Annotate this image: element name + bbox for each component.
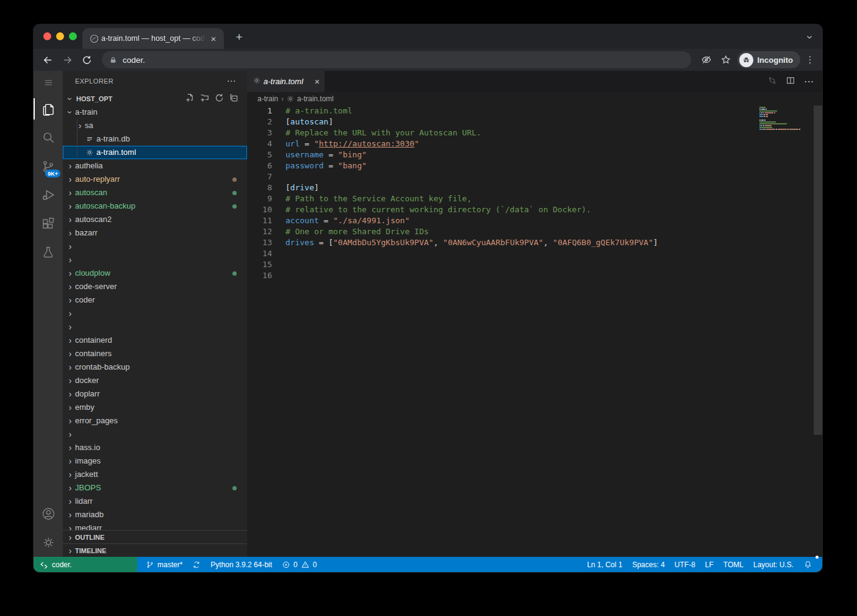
code-editor[interactable]: 12345678910111213141516 # a-train.toml[a…	[247, 106, 822, 557]
tree-item-cloudplow[interactable]: ›cloudplow	[63, 267, 247, 280]
keyboard-layout-status[interactable]: Layout: U.S.	[748, 557, 798, 572]
tree-item-unnamed[interactable]: ›	[63, 253, 247, 267]
code-line-2[interactable]: [autoscan]	[285, 116, 658, 127]
zoom-window-button[interactable]	[69, 32, 77, 40]
git-branch-status[interactable]: master*	[141, 557, 187, 572]
tree-item-containers[interactable]: ›containers	[63, 347, 247, 360]
open-changes-icon[interactable]	[767, 76, 777, 88]
bookmark-star-icon[interactable]	[718, 52, 734, 68]
tree-item-error_pages[interactable]: ›error_pages	[63, 414, 247, 428]
code-line-5[interactable]: username = "bing"	[285, 149, 658, 160]
python-version-status[interactable]: Python 3.9.2 64-bit	[206, 557, 277, 572]
editor-more-actions-icon[interactable]: ⋯	[804, 76, 814, 87]
minimap[interactable]	[759, 107, 812, 136]
timeline-section[interactable]: › TIMELINE	[63, 543, 247, 557]
code-line-3[interactable]: # Replace the URL with your Autoscan URL…	[285, 127, 658, 138]
test-beaker-icon[interactable]	[34, 238, 63, 267]
back-icon[interactable]	[40, 52, 56, 68]
tree-item-emby[interactable]: ›emby	[63, 401, 247, 414]
tree-item-mariadb[interactable]: ›mariadb	[63, 508, 247, 521]
notifications-bell-icon[interactable]	[798, 557, 817, 572]
run-debug-icon[interactable]	[34, 181, 63, 209]
extensions-icon[interactable]	[34, 209, 63, 238]
close-window-button[interactable]	[43, 32, 51, 40]
editor-tab[interactable]: a-train.toml ×	[247, 71, 325, 92]
account-icon[interactable]	[34, 500, 63, 528]
tree-item-lidarr[interactable]: ›lidarr	[63, 495, 247, 508]
code-line-9[interactable]: # Path to the Service Account key file,	[285, 193, 658, 204]
tree-item-unnamed[interactable]: ›	[63, 240, 247, 253]
tree-item-JBOPS[interactable]: ›JBOPS	[63, 481, 247, 495]
address-bar[interactable]: coder.	[102, 51, 691, 68]
tree-item-auto-replyarr[interactable]: ›auto-replyarr	[63, 173, 247, 186]
tree-item-crontab-backup[interactable]: ›crontab-backup	[63, 360, 247, 374]
tree-item-a-train.toml[interactable]: ›a-train.toml	[63, 146, 247, 159]
remote-indicator[interactable]: coder.	[34, 557, 137, 572]
tree-item-docker[interactable]: ›docker	[63, 374, 247, 387]
code-line-10[interactable]: # relative to the current working direct…	[285, 204, 658, 215]
tab-close-icon[interactable]: ×	[208, 33, 219, 44]
code-line-16[interactable]	[285, 270, 658, 281]
tree-item-jackett[interactable]: ›jackett	[63, 468, 247, 481]
eol-status[interactable]: LF	[700, 557, 719, 572]
code-line-14[interactable]	[285, 248, 658, 259]
reload-icon[interactable]	[79, 52, 95, 68]
tree-item-sa[interactable]: ›sa	[63, 119, 247, 132]
forward-icon[interactable]	[59, 52, 75, 68]
tree-item-coder[interactable]: ›coder	[63, 293, 247, 307]
tree-item-bazarr[interactable]: ›bazarr	[63, 226, 247, 240]
sync-icon[interactable]	[187, 557, 206, 572]
cursor-position-status[interactable]: Ln 1, Col 1	[582, 557, 627, 572]
code-line-7[interactable]	[285, 171, 658, 182]
code-line-12[interactable]: # One or more Shared Drive IDs	[285, 226, 658, 237]
language-mode-status[interactable]: TOML	[719, 557, 748, 572]
browser-menu-icon[interactable]: ⋮	[804, 54, 816, 65]
editor-tab-close-icon[interactable]: ×	[315, 77, 320, 87]
new-folder-icon[interactable]	[200, 93, 209, 104]
tree-item-code-server[interactable]: ›code-server	[63, 280, 247, 293]
views-more-actions-icon[interactable]: ⋯	[227, 76, 236, 87]
code-line-1[interactable]: # a-train.toml	[285, 106, 658, 116]
indentation-status[interactable]: Spaces: 4	[627, 557, 669, 572]
encoding-status[interactable]: UTF-8	[670, 557, 700, 572]
breadcrumb-file[interactable]: a-train.toml	[297, 95, 334, 103]
outline-section[interactable]: › OUTLINE	[63, 530, 247, 543]
collapse-all-icon[interactable]	[229, 93, 238, 104]
tree-item-hass.io[interactable]: ›hass.io	[63, 441, 247, 454]
settings-gear-icon[interactable]	[34, 528, 63, 557]
refresh-icon[interactable]	[215, 93, 224, 104]
browser-tab[interactable]: a-train.toml — host_opt — cod ×	[82, 28, 224, 49]
breadcrumb-folder[interactable]: a-train	[257, 95, 278, 103]
tree-item-images[interactable]: ›images	[63, 454, 247, 468]
tree-item-autoscan[interactable]: ›autoscan	[63, 186, 247, 199]
tree-item-unnamed[interactable]: ›	[63, 428, 247, 441]
eye-off-icon[interactable]	[698, 52, 714, 68]
explorer-icon[interactable]	[34, 95, 63, 123]
tree-item-doplarr[interactable]: ›doplarr	[63, 387, 247, 401]
tree-item-containerd[interactable]: ›containerd	[63, 334, 247, 347]
new-file-icon[interactable]	[185, 93, 195, 104]
code-line-4[interactable]: url = "http://autoscan:3030"	[285, 138, 658, 149]
code-line-6[interactable]: password = "bang"	[285, 160, 658, 171]
split-editor-icon[interactable]	[786, 76, 795, 88]
tree-item-unnamed[interactable]: ›	[63, 307, 247, 320]
workspace-section-header[interactable]: › HOST_OPT	[63, 92, 247, 106]
code-line-15[interactable]	[285, 259, 658, 270]
new-tab-button[interactable]: +	[231, 29, 247, 45]
chevron-down-icon[interactable]	[805, 33, 814, 44]
code-line-13[interactable]: drives = ["0AMdbDu5YgKbsUk9PVA", "0AN6wC…	[285, 237, 658, 248]
editor-scrollbar[interactable]	[814, 106, 822, 435]
tree-item-unnamed[interactable]: ›	[63, 320, 247, 334]
tree-item-autoscan-backup[interactable]: ›autoscan-backup	[63, 199, 247, 213]
incognito-badge[interactable]: Incognito	[737, 51, 801, 68]
minimize-window-button[interactable]	[56, 32, 64, 40]
tree-item-a-train.db[interactable]: ›a-train.db	[63, 132, 247, 146]
tree-item-mediarr[interactable]: ›mediarr	[63, 521, 247, 531]
code-line-8[interactable]: [drive]	[285, 182, 658, 193]
tree-item-authelia[interactable]: ›authelia	[63, 159, 247, 173]
tree-item-a-train[interactable]: ›a-train	[63, 106, 247, 119]
code-line-11[interactable]: account = "./sa/4991.json"	[285, 215, 658, 226]
search-icon[interactable]	[34, 123, 63, 152]
problems-status[interactable]: 0 0	[277, 557, 321, 572]
source-control-icon[interactable]: 9K+	[34, 152, 63, 181]
